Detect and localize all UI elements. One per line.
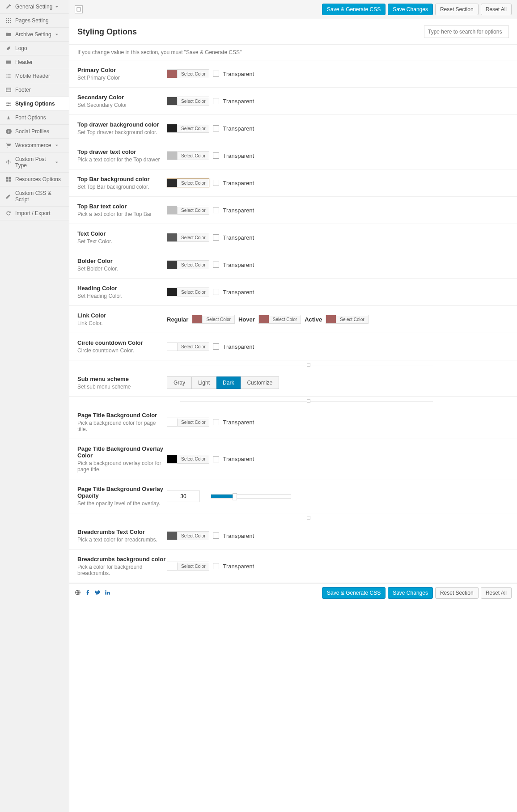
refresh-icon	[5, 210, 12, 216]
row-topdrawertxt: Top drawer text colorPick a text color f…	[69, 142, 517, 169]
sidebar-item-social-profiles[interactable]: Social Profiles	[0, 125, 69, 139]
row-link: Link ColorLink Color.RegularSelect Color…	[69, 306, 517, 333]
reset-all-button[interactable]: Reset All	[481, 4, 512, 15]
save-changes-button[interactable]: Save Changes	[388, 4, 433, 15]
row-title: Text Color	[77, 230, 167, 237]
color-picker-topbartxt[interactable]: Select Color	[167, 206, 209, 215]
row-title: Breadcrumbs Text Color	[77, 529, 167, 535]
transparent-checkbox-topbarbg[interactable]	[213, 180, 219, 186]
linkedin-icon[interactable]	[104, 589, 110, 597]
reset-section-button-bottom[interactable]: Reset Section	[435, 587, 479, 599]
sidebar-item-general-setting[interactable]: General Setting	[0, 0, 69, 14]
color-picker-secondary[interactable]: Select Color	[167, 97, 209, 106]
bottom-toolbar: Save & Generate CSS Save Changes Reset S…	[69, 583, 517, 602]
folder-icon	[5, 31, 12, 38]
transparent-checkbox-topdrawerbg[interactable]	[213, 125, 219, 131]
transparent-checkbox-primary[interactable]	[213, 71, 219, 77]
row-textcolor: Text ColorSet Text Color.Select ColorTra…	[69, 224, 517, 251]
grid-icon	[5, 17, 12, 24]
color-picker-topbarbg[interactable]: Select Color	[167, 178, 209, 187]
sidebar-item-font-options[interactable]: Font Options	[0, 111, 69, 125]
sidebar-item-logo[interactable]: Logo	[0, 42, 69, 55]
color-picker-link-act[interactable]: Select Color	[326, 315, 368, 324]
transparent-checkbox-bctxt[interactable]	[213, 533, 219, 539]
sidebar-item-label: Social Profiles	[15, 128, 49, 135]
color-picker-link-hov[interactable]: Select Color	[258, 315, 301, 324]
transparent-checkbox-bcbg[interactable]	[213, 563, 219, 569]
select-color-label: Select Color	[177, 207, 209, 214]
sidebar: General SettingPages SettingArchive Sett…	[0, 0, 69, 812]
sidebar-item-custom-post-type[interactable]: Custom Post Type	[0, 152, 69, 173]
color-picker-circle[interactable]: Select Color	[167, 342, 209, 351]
row-desc: Pick a background overlay color for page…	[77, 460, 167, 473]
color-picker-bctxt[interactable]: Select Color	[167, 531, 209, 540]
save-generate-css-button-bottom[interactable]: Save & Generate CSS	[322, 587, 386, 599]
sidebar-item-footer[interactable]: Footer	[0, 83, 69, 97]
row-desc: Set Bolder Color.	[77, 266, 167, 272]
opacity-slider[interactable]	[211, 494, 291, 499]
color-picker-ptbg[interactable]: Select Color	[167, 418, 209, 427]
row-desc: Pick a text color for breadcrumbs.	[77, 537, 167, 543]
color-picker-bolder[interactable]: Select Color	[167, 260, 209, 269]
scheme-option-gray[interactable]: Gray	[167, 376, 192, 389]
sidebar-item-import-export[interactable]: Import / Export	[0, 207, 69, 220]
color-picker-bcbg[interactable]: Select Color	[167, 562, 209, 571]
sidebar-item-mobile-header[interactable]: Mobile Header	[0, 69, 69, 83]
color-swatch	[192, 315, 202, 323]
reset-section-button[interactable]: Reset Section	[435, 4, 479, 15]
transparent-checkbox-topdrawertxt[interactable]	[213, 152, 219, 159]
transparent-checkbox-secondary[interactable]	[213, 98, 219, 104]
section-divider	[77, 360, 509, 369]
sidebar-item-pages-setting[interactable]: Pages Setting	[0, 14, 69, 28]
sidebar-item-archive-setting[interactable]: Archive Setting	[0, 28, 69, 42]
scheme-option-customize[interactable]: Customize	[241, 376, 279, 389]
transparent-label: Transparent	[223, 234, 254, 241]
transparent-checkbox-heading[interactable]	[213, 289, 219, 295]
color-picker-textcolor[interactable]: Select Color	[167, 233, 209, 242]
color-picker-link-reg[interactable]: Select Color	[192, 315, 234, 324]
transparent-label: Transparent	[223, 343, 254, 350]
expand-icon[interactable]	[75, 5, 83, 13]
globe-icon[interactable]	[75, 589, 81, 597]
reset-all-button-bottom[interactable]: Reset All	[481, 587, 512, 599]
row-title: Top drawer text color	[77, 148, 167, 155]
transparent-checkbox-textcolor[interactable]	[213, 234, 219, 241]
color-swatch	[167, 562, 177, 570]
sidebar-item-styling-options[interactable]: Styling Options	[0, 97, 69, 111]
sidebar-item-woocommerce[interactable]: Woocommerce	[0, 139, 69, 152]
row-title: Secondary Color	[77, 94, 167, 101]
color-picker-ptoverlay[interactable]: Select Color	[167, 455, 209, 464]
save-changes-button-bottom[interactable]: Save Changes	[388, 587, 433, 599]
transparent-checkbox-topbartxt[interactable]	[213, 207, 219, 213]
select-color-label: Select Color	[177, 152, 209, 160]
sidebar-item-custom-css-script[interactable]: Custom CSS & Script	[0, 186, 69, 207]
facebook-icon[interactable]	[85, 589, 91, 597]
scheme-option-dark[interactable]: Dark	[216, 376, 241, 389]
sidebar-item-resources-options[interactable]: Resources Options	[0, 173, 69, 186]
transparent-checkbox-circle[interactable]	[213, 343, 219, 350]
save-generate-css-button[interactable]: Save & Generate CSS	[322, 4, 386, 15]
color-picker-topdrawertxt[interactable]: Select Color	[167, 151, 209, 160]
chevron-down-icon	[54, 142, 60, 148]
row-title: Bolder Color	[77, 258, 167, 264]
slider-handle[interactable]	[233, 493, 237, 500]
color-picker-heading[interactable]: Select Color	[167, 288, 209, 296]
font-icon	[5, 114, 12, 121]
select-color-label: Select Color	[177, 261, 209, 269]
row-title: Heading Color	[77, 285, 167, 292]
social-links	[75, 589, 110, 597]
transparent-checkbox-ptoverlay[interactable]	[213, 456, 219, 462]
color-picker-topdrawerbg[interactable]: Select Color	[167, 124, 209, 133]
select-color-label: Select Color	[269, 316, 301, 323]
row-desc: Set Secondary Color	[77, 102, 167, 108]
transparent-checkbox-bolder[interactable]	[213, 262, 219, 268]
color-picker-primary[interactable]: Select Color	[167, 69, 209, 78]
twitter-icon[interactable]	[94, 589, 101, 597]
sidebar-item-header[interactable]: Header	[0, 55, 69, 69]
scheme-option-light[interactable]: Light	[192, 376, 216, 389]
sidebar-item-label: Header	[15, 59, 33, 65]
transparent-checkbox-ptbg[interactable]	[213, 419, 219, 425]
search-input[interactable]	[424, 25, 509, 38]
opacity-input[interactable]	[167, 491, 200, 502]
sidebar-item-label: Footer	[15, 87, 31, 93]
